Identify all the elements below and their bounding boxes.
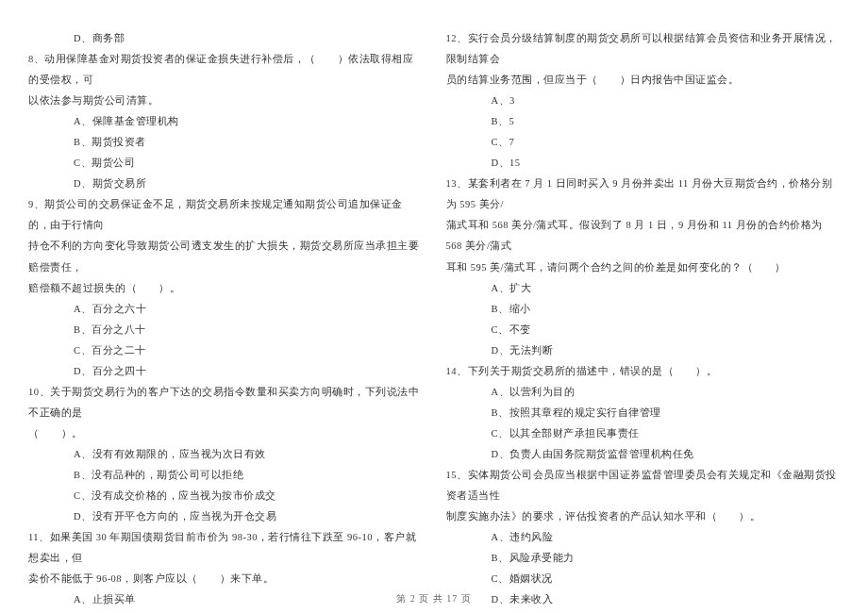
right-line-0: 12、实行会员分级结算制度的期货交易所可以根据结算会员资信和业务开展情况，限制结… <box>446 28 841 70</box>
left-line-10: A、百分之六十 <box>28 299 423 320</box>
left-column: D、商务部8、动用保障基金对期货投资者的保证金损失进行补偿后，（ ）依法取得相应… <box>28 28 423 571</box>
right-line-11: C、不变 <box>446 320 841 340</box>
page-body: D、商务部8、动用保障基金对期货投资者的保证金损失进行补偿后，（ ）依法取得相应… <box>0 0 868 594</box>
right-line-18: 15、实体期货公司会员应当根据中国证券监督管理委员会有关规定和《金融期货投资者适… <box>446 465 841 506</box>
left-line-16: A、没有有效期限的，应当视为次日有效 <box>28 444 423 465</box>
left-line-13: D、百分之四十 <box>28 361 423 382</box>
right-column: 12、实行会员分级结算制度的期货交易所可以根据结算会员资信和业务开展情况，限制结… <box>446 28 841 571</box>
right-line-13: 14、下列关于期货交易所的描述中，错误的是（ ）。 <box>446 361 841 382</box>
right-line-22: C、婚姻状况 <box>446 569 841 589</box>
right-line-10: B、缩小 <box>446 299 841 320</box>
left-line-20: 11、如果美国 30 年期国债期货目前市价为 98-30，若行情往下跌至 96-… <box>28 527 423 569</box>
right-line-12: D、无法判断 <box>446 340 841 361</box>
right-line-9: A、扩大 <box>446 278 841 299</box>
right-line-14: A、以营利为目的 <box>446 382 841 403</box>
left-line-5: C、期货公司 <box>28 153 423 174</box>
right-line-8: 耳和 595 美/蒲式耳，请问两个合约之间的价差是如何变化的？（ ） <box>446 257 841 278</box>
right-line-6: 13、某套利者在 7 月 1 日同时买入 9 月份并卖出 11 月份大豆期货合约… <box>446 174 841 215</box>
left-line-6: D、期货交易所 <box>28 174 423 194</box>
left-line-12: C、百分之二十 <box>28 340 423 361</box>
right-line-16: C、以其全部财产承担民事责任 <box>446 423 841 444</box>
right-line-3: B、5 <box>446 111 841 132</box>
right-line-2: A、3 <box>446 91 841 111</box>
right-line-17: D、负责人由国务院期货监督管理机构任免 <box>446 444 841 465</box>
right-line-7: 蒲式耳和 568 美分/蒲式耳。假设到了 8 月 1 日，9 月份和 11 月份… <box>446 215 841 257</box>
right-line-1: 员的结算业务范围，但应当于（ ）日内报告中国证监会。 <box>446 70 841 91</box>
left-line-8: 持仓不利的方向变化导致期货公司透支发生的扩大损失，期货交易所应当承担主要赔偿责任… <box>28 236 423 277</box>
left-line-0: D、商务部 <box>28 28 423 49</box>
left-line-17: B、没有品种的，期货公司可以拒绝 <box>28 465 423 486</box>
left-line-7: 9、期货公司的交易保证金不足，期货交易所未按规定通知期货公司追加保证金的，由于行… <box>28 194 423 236</box>
left-line-9: 赔偿额不超过损失的（ ）。 <box>28 278 423 299</box>
left-line-3: A、保障基金管理机构 <box>28 111 423 132</box>
left-line-18: C、没有成交价格的，应当视为按市价成交 <box>28 486 423 506</box>
left-line-19: D、没有开平仓方向的，应当视为开仓交易 <box>28 506 423 527</box>
left-line-21: 卖价不能低于 96-08，则客户应以（ ）来下单。 <box>28 569 423 589</box>
right-line-15: B、按照其章程的规定实行自律管理 <box>446 403 841 423</box>
right-line-4: C、7 <box>446 132 841 153</box>
page-footer: 第 2 页 共 17 页 <box>0 592 868 605</box>
left-line-14: 10、关于期货交易行为的客户下达的交易指令数量和买卖方向明确时，下列说法中不正确… <box>28 382 423 423</box>
left-line-1: 8、动用保障基金对期货投资者的保证金损失进行补偿后，（ ）依法取得相应的受偿权，… <box>28 49 423 91</box>
right-line-5: D、15 <box>446 153 841 174</box>
left-line-4: B、期货投资者 <box>28 132 423 153</box>
right-line-19: 制度实施办法》的要求，评估投资者的产品认知水平和（ ）。 <box>446 506 841 527</box>
left-line-11: B、百分之八十 <box>28 320 423 340</box>
left-line-15: （ ）。 <box>28 423 423 444</box>
left-line-2: 以依法参与期货公司清算。 <box>28 91 423 111</box>
right-line-21: B、风险承受能力 <box>446 548 841 569</box>
right-line-20: A、违约风险 <box>446 527 841 548</box>
